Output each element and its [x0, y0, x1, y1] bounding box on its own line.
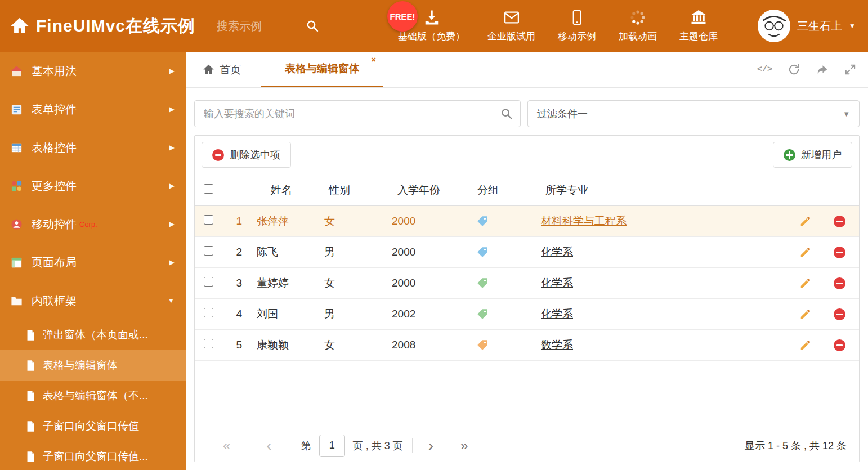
- page-label: 第: [301, 439, 311, 453]
- keyword-search-input[interactable]: [194, 100, 521, 127]
- tab-actions: [757, 52, 857, 87]
- row-checkbox[interactable]: [204, 246, 213, 256]
- column-header-major[interactable]: 所学专业: [541, 183, 791, 198]
- sidebar-item-form-controls[interactable]: 表单控件: [0, 90, 186, 128]
- table-row[interactable]: 2 陈飞 男 2000 化学系: [195, 237, 859, 268]
- sidebar-item-basic-usage[interactable]: 基本用法: [0, 52, 186, 90]
- cell-gender: 女: [324, 214, 392, 229]
- search-icon[interactable]: [306, 19, 319, 33]
- edit-icon[interactable]: [799, 308, 812, 320]
- major-link[interactable]: 数学系: [541, 339, 573, 351]
- sidebar-subitem-grid-edit-window[interactable]: 表格与编辑窗体: [0, 350, 186, 381]
- cell-year: 2000: [392, 215, 476, 227]
- last-page-icon[interactable]: [460, 439, 468, 453]
- sidebar-item-grid-controls[interactable]: 表格控件: [0, 128, 186, 167]
- free-badge: FREE!: [387, 1, 418, 32]
- search-icon[interactable]: [500, 108, 513, 120]
- chevron-down-icon: [843, 110, 850, 118]
- nav-item-label: 主题仓库: [679, 30, 718, 43]
- pagination-bar: 第 页 , 共 3 页 显示 1 - 5 条 , 共 12 条: [195, 429, 859, 462]
- column-header-year[interactable]: 入学年份: [392, 183, 476, 198]
- tab-grid-edit-window[interactable]: 表格与编辑窗体: [261, 52, 383, 87]
- delete-icon[interactable]: [834, 339, 845, 351]
- delete-icon[interactable]: [834, 247, 845, 258]
- column-header-name[interactable]: 姓名: [247, 183, 324, 198]
- major-link[interactable]: 化学系: [541, 308, 573, 320]
- minus-circle-icon: [212, 149, 224, 161]
- first-page-icon[interactable]: [223, 439, 230, 453]
- header-nav: 基础版（免费） 企业版试用 移动示例 加载动画 主题仓库: [398, 9, 718, 43]
- chevron-right-icon: [169, 220, 175, 228]
- table-header: 姓名 性别 入学年份 分组 所学专业: [195, 174, 859, 206]
- form-icon: [10, 103, 23, 116]
- file-icon: [26, 390, 35, 402]
- expand-icon[interactable]: [844, 63, 857, 76]
- home-icon: [203, 64, 214, 75]
- prev-page-icon[interactable]: [266, 438, 271, 454]
- app-title: FineUIMvc在线示例: [36, 15, 195, 38]
- table-row[interactable]: 1 张萍萍 女 2000 材料科学与工程系: [195, 206, 859, 237]
- table-row[interactable]: 4 刘国 男 2002 化学系: [195, 299, 859, 330]
- column-header-gender[interactable]: 性别: [324, 183, 392, 198]
- sidebar-item-mobile-controls[interactable]: 移动控件 Corp.: [0, 205, 186, 243]
- edit-icon[interactable]: [799, 339, 812, 351]
- nav-item-loading-anim[interactable]: 加载动画: [619, 9, 657, 43]
- filter-dropdown-value: 过滤条件一: [537, 107, 843, 120]
- edit-icon[interactable]: [799, 215, 812, 227]
- cell-name: 康颖颖: [247, 338, 324, 352]
- sidebar-subitem-grid-edit-window-alt[interactable]: 表格与编辑窗体（不...: [0, 381, 186, 411]
- major-link[interactable]: 材料科学与工程系: [541, 215, 627, 227]
- column-header-group[interactable]: 分组: [476, 183, 541, 198]
- sidebar-subitem-popup-window[interactable]: 弹出窗体（本页面或...: [0, 320, 186, 350]
- nav-item-mobile-demo[interactable]: 移动示例: [558, 9, 596, 43]
- sidebar-subitem-child-to-parent[interactable]: 子窗口向父窗口传值: [0, 411, 186, 441]
- delete-icon[interactable]: [834, 308, 845, 320]
- sidebar-item-iframe[interactable]: 内联框架: [0, 281, 186, 320]
- edit-icon[interactable]: [799, 246, 812, 258]
- add-user-button[interactable]: 新增用户: [773, 142, 852, 168]
- nav-item-label: 移动示例: [558, 30, 596, 43]
- row-checkbox[interactable]: [204, 215, 213, 225]
- tab-home[interactable]: 首页: [203, 52, 241, 87]
- delete-selected-button[interactable]: 删除选中项: [202, 142, 291, 168]
- cell-gender: 女: [324, 338, 392, 352]
- mobile-icon: [569, 9, 585, 26]
- sidebar-item-more-controls[interactable]: 更多控件: [0, 167, 186, 205]
- share-icon[interactable]: [816, 63, 829, 76]
- corp-badge: Corp.: [79, 220, 97, 229]
- layout-icon: [10, 256, 23, 269]
- row-checkbox[interactable]: [204, 339, 213, 348]
- filter-dropdown[interactable]: 过滤条件一: [527, 100, 860, 127]
- row-checkbox[interactable]: [204, 308, 213, 317]
- delete-icon[interactable]: [834, 216, 845, 227]
- cell-year: 2008: [392, 339, 476, 351]
- next-page-icon[interactable]: [428, 438, 433, 454]
- page-number-input[interactable]: [319, 435, 345, 457]
- nav-item-label: 加载动画: [619, 30, 657, 43]
- table-row[interactable]: 3 董婷婷 女 2000 化学系: [195, 268, 859, 299]
- download-icon: [423, 9, 440, 26]
- chevron-down-icon: [849, 22, 856, 30]
- source-code-icon[interactable]: [757, 65, 772, 74]
- close-icon[interactable]: [371, 55, 376, 64]
- table-row[interactable]: 5 康颖颖 女 2008 数学系: [195, 330, 859, 361]
- row-checkbox[interactable]: [204, 277, 213, 287]
- tag-icon: [476, 246, 489, 258]
- divider: [412, 438, 413, 453]
- plus-circle-icon: [784, 149, 795, 161]
- sidebar-subitem-child-to-parent-alt[interactable]: 子窗口向父窗口传值...: [0, 441, 186, 470]
- row-index: 1: [224, 215, 247, 227]
- home-icon[interactable]: [10, 16, 29, 35]
- refresh-icon[interactable]: [788, 63, 800, 76]
- edit-icon[interactable]: [799, 277, 812, 289]
- select-all-checkbox[interactable]: [204, 184, 213, 194]
- header-search-input[interactable]: [217, 20, 301, 33]
- nav-item-enterprise-trial[interactable]: 企业版试用: [487, 9, 535, 43]
- major-link[interactable]: 化学系: [541, 246, 573, 258]
- nav-item-theme-repo[interactable]: 主题仓库: [679, 9, 718, 43]
- row-index: 5: [224, 339, 247, 351]
- delete-icon[interactable]: [834, 277, 845, 289]
- sidebar-item-page-layout[interactable]: 页面布局: [0, 243, 186, 281]
- major-link[interactable]: 化学系: [541, 277, 573, 289]
- user-menu[interactable]: 三生石上: [758, 10, 856, 42]
